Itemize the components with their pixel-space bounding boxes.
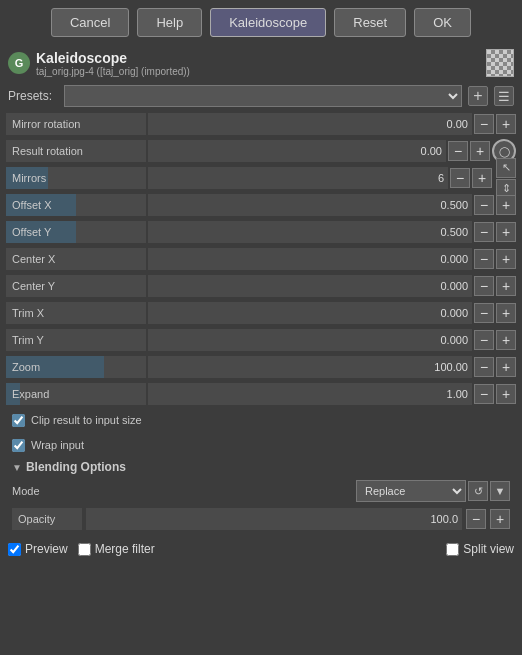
expand-plus[interactable]: + — [496, 384, 516, 404]
center-y-plus[interactable]: + — [496, 276, 516, 296]
result-rotation-minus[interactable]: − — [448, 141, 468, 161]
preview-label[interactable]: Preview — [25, 542, 68, 556]
cursor-icon-btn[interactable]: ↖ — [496, 158, 516, 178]
top-toolbar: Cancel Help Kaleidoscope Reset OK — [0, 0, 522, 45]
blend-mode-select[interactable]: Replace Normal Multiply Screen Overlay — [356, 480, 466, 502]
param-value-result-rotation: 0.00 — [148, 140, 446, 162]
param-label-result-rotation: Result rotation — [6, 140, 146, 162]
mirrors-minus[interactable]: − — [450, 168, 470, 188]
blend-mode-label: Mode — [12, 485, 72, 497]
ok-button[interactable]: OK — [414, 8, 471, 37]
param-row-center-x: Center X 0.000 − + — [6, 246, 516, 272]
param-label-offset-y: Offset Y — [6, 221, 146, 243]
zoom-plus[interactable]: + — [496, 357, 516, 377]
offset-y-minus[interactable]: − — [474, 222, 494, 242]
param-value-trim-x: 0.000 — [148, 302, 472, 324]
trim-x-minus[interactable]: − — [474, 303, 494, 323]
param-label-expand: Expand — [6, 383, 146, 405]
opacity-plus[interactable]: + — [490, 509, 510, 529]
param-label-mirrors: Mirrors — [6, 167, 146, 189]
wrap-input-label[interactable]: Wrap input — [31, 439, 84, 451]
offset-y-plus[interactable]: + — [496, 222, 516, 242]
preview-checkbox[interactable] — [8, 543, 21, 556]
presets-label: Presets: — [8, 89, 58, 103]
clip-result-row: Clip result to input size — [6, 408, 516, 432]
param-label-center-x: Center X — [6, 248, 146, 270]
param-label-mirror-rotation: Mirror rotation — [6, 113, 146, 135]
split-label[interactable]: Split view — [463, 542, 514, 556]
param-value-expand: 1.00 — [148, 383, 472, 405]
expand-minus[interactable]: − — [474, 384, 494, 404]
wrap-input-checkbox[interactable] — [12, 439, 25, 452]
param-row-offset-y: Offset Y 0.500 − + — [6, 219, 516, 245]
param-value-trim-y: 0.000 — [148, 329, 472, 351]
plugin-icon: G — [8, 52, 30, 74]
blending-options-header[interactable]: ▼ Blending Options — [6, 458, 516, 476]
bottom-bar: Preview Merge filter Split view — [0, 536, 522, 562]
param-row-trim-y: Trim Y 0.000 − + — [6, 327, 516, 353]
param-row-result-rotation: Result rotation 0.00 − + ◯ — [6, 138, 516, 164]
param-value-mirror-rotation: 0.00 — [148, 113, 472, 135]
center-x-minus[interactable]: − — [474, 249, 494, 269]
blending-arrow-icon: ▼ — [12, 462, 22, 473]
param-label-zoom: Zoom — [6, 356, 146, 378]
param-row-mirror-rotation: Mirror rotation 0.00 − + — [6, 111, 516, 137]
blend-mode-row: Mode Replace Normal Multiply Screen Over… — [6, 478, 516, 504]
center-x-plus[interactable]: + — [496, 249, 516, 269]
param-value-center-x: 0.000 — [148, 248, 472, 270]
trim-y-minus[interactable]: − — [474, 330, 494, 350]
opacity-label: Opacity — [12, 508, 82, 530]
blend-cycle-button[interactable]: ↺ — [468, 481, 488, 501]
param-label-trim-x: Trim X — [6, 302, 146, 324]
reset-button[interactable]: Reset — [334, 8, 406, 37]
wrap-input-row: Wrap input — [6, 433, 516, 457]
param-label-offset-x: Offset X — [6, 194, 146, 216]
param-row-offset-x: Offset X 0.500 − + — [6, 192, 516, 218]
mirror-rotation-plus[interactable]: + — [496, 114, 516, 134]
presets-row: Presets: + ☰ — [0, 81, 522, 111]
merge-checkbox[interactable] — [78, 543, 91, 556]
param-row-mirrors: Mirrors 6 − + ↖ ⇕ — [6, 165, 516, 191]
param-row-center-y: Center Y 0.000 − + — [6, 273, 516, 299]
param-value-zoom: 100.00 — [148, 356, 472, 378]
header-row: G Kaleidoscope taj_orig.jpg-4 ([taj_orig… — [0, 45, 522, 81]
offset-x-plus[interactable]: + — [496, 195, 516, 215]
plugin-title: Kaleidoscope — [36, 50, 480, 66]
blend-extra-button[interactable]: ▼ — [490, 481, 510, 501]
param-value-mirrors: 6 — [148, 167, 448, 189]
cancel-button[interactable]: Cancel — [51, 8, 129, 37]
help-button[interactable]: Help — [137, 8, 202, 37]
param-row-expand: Expand 1.00 − + — [6, 381, 516, 407]
split-check-group: Split view — [446, 542, 514, 556]
opacity-value: 100.0 — [86, 508, 462, 530]
param-row-zoom: Zoom 100.00 − + — [6, 354, 516, 380]
offset-x-minus[interactable]: − — [474, 195, 494, 215]
opacity-row: Opacity 100.0 − + — [6, 506, 516, 532]
plugin-subtitle: taj_orig.jpg-4 ([taj_orig] (imported)) — [36, 66, 480, 77]
mirror-rotation-minus[interactable]: − — [474, 114, 494, 134]
clip-result-checkbox[interactable] — [12, 414, 25, 427]
clip-result-label[interactable]: Clip result to input size — [31, 414, 142, 426]
param-value-offset-x: 0.500 — [148, 194, 472, 216]
param-value-center-y: 0.000 — [148, 275, 472, 297]
presets-menu-button[interactable]: ☰ — [494, 86, 514, 106]
zoom-minus[interactable]: − — [474, 357, 494, 377]
param-label-center-y: Center Y — [6, 275, 146, 297]
merge-check-group: Merge filter — [78, 542, 155, 556]
presets-select[interactable] — [64, 85, 462, 107]
result-rotation-plus[interactable]: + — [470, 141, 490, 161]
param-row-trim-x: Trim X 0.000 − + — [6, 300, 516, 326]
trim-x-plus[interactable]: + — [496, 303, 516, 323]
opacity-minus[interactable]: − — [466, 509, 486, 529]
center-y-minus[interactable]: − — [474, 276, 494, 296]
kaleidoscope-button[interactable]: Kaleidoscope — [210, 8, 326, 37]
blending-section-title: Blending Options — [26, 460, 126, 474]
merge-label[interactable]: Merge filter — [95, 542, 155, 556]
blend-mode-wrapper: Replace Normal Multiply Screen Overlay ↺… — [76, 480, 510, 502]
param-value-offset-y: 0.500 — [148, 221, 472, 243]
presets-add-button[interactable]: + — [468, 86, 488, 106]
param-label-trim-y: Trim Y — [6, 329, 146, 351]
trim-y-plus[interactable]: + — [496, 330, 516, 350]
mirrors-plus[interactable]: + — [472, 168, 492, 188]
split-checkbox[interactable] — [446, 543, 459, 556]
